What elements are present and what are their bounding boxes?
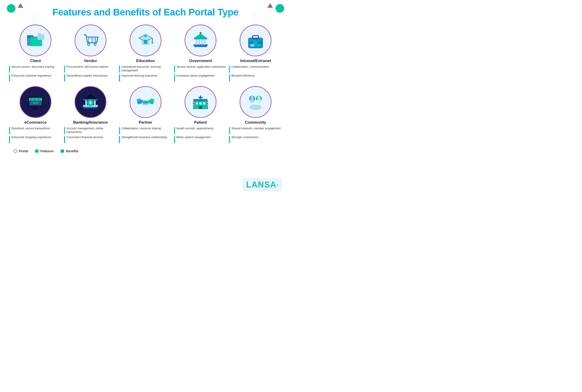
svg-rect-78 [207, 104, 208, 105]
portal-card-banking: $ Banking/Insurance Account management, … [64, 86, 117, 143]
feature-bar-green-p [119, 127, 120, 134]
corner-circle-tl [7, 4, 16, 13]
svg-rect-25 [201, 39, 203, 45]
vendor-features: Procurement, self-service options Stream… [64, 65, 117, 82]
banking-icon-container: $ [75, 86, 106, 118]
svg-point-85 [256, 99, 261, 103]
community-feature-1-text: Shared interests, member engagement [231, 126, 281, 130]
ecommerce-icon [25, 92, 46, 112]
legend-benefits: Benefits [61, 149, 79, 153]
svg-rect-66 [199, 102, 202, 104]
patient-portal-name: Patient [194, 120, 207, 125]
partner-feature-1-text: Collaboration, resource sharing [121, 126, 161, 130]
client-feature-1-text: Secure access, document sharing [11, 65, 54, 69]
education-feature-1: Centralized resources, learning manageme… [119, 65, 172, 73]
patient-feature-1-text: Health records, appointments [176, 126, 214, 130]
svg-point-29 [200, 32, 201, 34]
feature-bar-blue-b [64, 136, 65, 143]
svg-rect-68 [199, 106, 202, 109]
svg-point-81 [251, 96, 254, 99]
svg-point-47 [36, 102, 38, 104]
ecommerce-feature-1-text: Storefront, secure transactions [11, 126, 50, 130]
intranet-feature-2: Boosted efficiency [229, 74, 282, 82]
community-feature-2: Stronger connections [229, 136, 282, 143]
partner-icon-container [130, 86, 161, 118]
feature-bar-green-ec [9, 127, 10, 134]
svg-rect-65 [196, 102, 198, 104]
svg-rect-26 [204, 39, 206, 45]
feature-bar-green-b [64, 127, 65, 134]
banking-feature-1-text: Account management, online transactions [66, 126, 117, 134]
svg-point-12 [88, 44, 89, 45]
feature-bar-green-i [229, 66, 230, 73]
svg-rect-62 [136, 98, 142, 104]
government-icon [190, 30, 211, 51]
education-portal-name: Education [136, 59, 155, 63]
portal-card-patient: Patient Health records, appointments Bet… [174, 86, 227, 143]
intranet-features: Collaboration, communication Boosted eff… [229, 65, 282, 82]
vendor-icon [80, 30, 101, 51]
partner-features: Collaboration, resource sharing Strength… [119, 126, 172, 143]
corner-triangle-tl [18, 3, 23, 8]
svg-rect-41 [30, 98, 32, 101]
feature-bar-blue-ec [9, 136, 10, 143]
lansa-logo: LANSA® [243, 178, 282, 191]
svg-rect-42 [34, 98, 36, 101]
corner-circle-tr [276, 4, 284, 13]
partner-feature-2-text: Strengthened business relationships [121, 136, 167, 139]
community-features: Shared interests, member engagement Stro… [229, 126, 282, 143]
banking-portal-name: Banking/Insurance [73, 120, 108, 125]
government-feature-1-text: Service access, application submission [176, 65, 226, 69]
feature-bar-blue-co [229, 136, 230, 143]
svg-rect-74 [193, 102, 194, 103]
education-features: Centralized resources, learning manageme… [119, 65, 172, 82]
partner-feature-2: Strengthened business relationships [119, 136, 172, 143]
patient-feature-1: Health records, appointments [174, 126, 227, 134]
vendor-icon-container [75, 24, 106, 56]
community-portal-name: Community [245, 120, 266, 125]
legend-benefits-label: Benefits [66, 149, 79, 153]
patient-feature-2: Better patient management [174, 136, 227, 143]
portal-card-vendor: Vendor Procurement, self-service options… [64, 24, 117, 82]
ecommerce-icon-container [20, 86, 51, 118]
banking-icon: $ [80, 92, 101, 112]
svg-rect-36 [250, 44, 254, 46]
intranet-icon [245, 30, 266, 51]
intranet-portal-name: Intranet/Extranet [240, 59, 271, 63]
svg-rect-67 [203, 102, 205, 104]
legend-features-label: Features [41, 149, 54, 153]
intranet-feature-2-text: Boosted efficiency [231, 74, 254, 78]
education-feature-2: Improved learning outcomes [119, 74, 172, 82]
svg-rect-54 [94, 100, 96, 106]
svg-rect-23 [196, 39, 197, 45]
feature-bar-blue-i [229, 74, 230, 82]
legend: Portal Features Benefits [9, 146, 282, 156]
svg-rect-63 [149, 98, 155, 104]
svg-rect-44 [30, 102, 41, 102]
feature-bar-blue-p [119, 136, 120, 143]
legend-benefits-icon [61, 149, 64, 153]
feature-bar-green-v [64, 66, 65, 73]
portal-card-government: Government Service access, application s… [174, 24, 227, 82]
government-icon-container [185, 24, 216, 56]
svg-rect-49 [32, 108, 39, 109]
page-title: Features and Benefits of Each Portal Typ… [9, 4, 282, 18]
client-feature-1: Secure access, document sharing [9, 65, 62, 73]
partner-portal-name: Partner [139, 120, 152, 125]
community-icon [245, 92, 266, 112]
education-icon [135, 30, 156, 51]
vendor-feature-2-text: Streamlined supplier interactions [66, 74, 108, 78]
patient-features: Health records, appointments Better pati… [174, 126, 227, 143]
svg-rect-43 [38, 98, 39, 101]
svg-rect-77 [207, 102, 208, 103]
ecommerce-portal-name: eCommerce [24, 120, 46, 125]
feature-bar-blue-pa [174, 136, 175, 143]
portal-card-ecommerce: eCommerce Storefront, secure transaction… [9, 86, 62, 143]
intranet-icon-container [240, 24, 271, 56]
client-icon [25, 30, 46, 51]
portal-card-education: Education Centralized resources, learnin… [119, 24, 172, 82]
patient-icon-container [185, 86, 216, 118]
client-feature-2-text: Enhanced customer experience [11, 74, 51, 78]
banking-feature-2: Convenient financial services [64, 136, 117, 143]
legend-portal-icon [14, 149, 17, 153]
